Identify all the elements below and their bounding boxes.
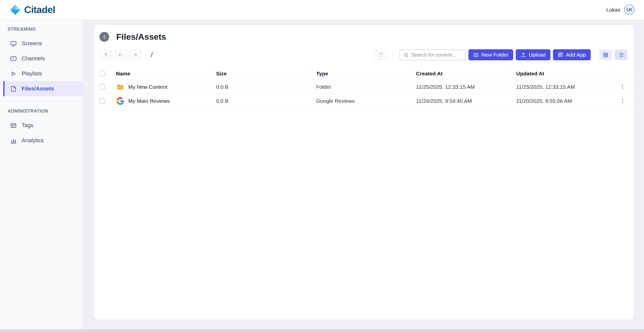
top-header: Citadel Lukas LK bbox=[0, 0, 644, 20]
breadcrumb: / bbox=[151, 51, 153, 59]
playlists-icon bbox=[10, 70, 17, 77]
brand-name: Citadel bbox=[24, 4, 55, 15]
upload-button[interactable]: Upload bbox=[516, 49, 550, 60]
select-all-cell bbox=[94, 71, 110, 76]
table-header-row: Name Size Type Created At Updated At bbox=[94, 67, 634, 80]
sidebar-item-label: Playlists bbox=[22, 70, 42, 77]
grid-view-icon bbox=[603, 52, 609, 58]
analytics-icon bbox=[10, 137, 17, 144]
arrow-left-icon bbox=[118, 52, 123, 58]
new-folder-label: New Folder bbox=[481, 52, 508, 58]
chevron-left-icon bbox=[102, 34, 107, 40]
files-assets-panel: Files/Assets / bbox=[94, 25, 634, 320]
upload-icon bbox=[520, 52, 526, 58]
add-app-button[interactable]: Add App bbox=[553, 49, 591, 60]
file-type: Folder bbox=[311, 84, 411, 90]
add-app-label: Add App bbox=[566, 52, 586, 58]
sidebar-item-playlists[interactable]: Playlists bbox=[3, 66, 83, 81]
file-updated-at: 11/25/2025, 12:33:15 AM bbox=[511, 84, 611, 90]
navigate-back-button[interactable] bbox=[114, 50, 127, 60]
ellipsis-vertical-icon bbox=[620, 98, 625, 104]
folder-icon bbox=[116, 83, 124, 91]
sidebar-divider bbox=[3, 101, 83, 101]
column-header-created-at[interactable]: Created At bbox=[411, 71, 511, 77]
brand-diamond-icon bbox=[10, 4, 21, 16]
channels-icon bbox=[10, 55, 17, 62]
toolbar: / New Folder bbox=[94, 42, 634, 60]
file-name-cell[interactable]: My Main Reviews bbox=[110, 97, 211, 105]
table-row[interactable]: My New Content 0.0 B Folder 11/25/2025, … bbox=[94, 80, 634, 94]
row-select-cell bbox=[94, 84, 110, 90]
sidebar-section-streaming-label: STREAMING bbox=[0, 27, 83, 36]
horizontal-scrollbar[interactable] bbox=[0, 329, 644, 332]
new-folder-button[interactable]: New Folder bbox=[468, 49, 513, 60]
user-area: Lukas LK bbox=[606, 5, 634, 15]
sidebar-item-files-assets[interactable]: Files/Assets bbox=[3, 81, 83, 96]
grid-view-button[interactable] bbox=[599, 50, 612, 60]
search-icon bbox=[403, 52, 409, 58]
back-button[interactable] bbox=[99, 32, 109, 42]
search-input[interactable] bbox=[411, 52, 462, 58]
sidebar-item-label: Screens bbox=[22, 40, 42, 47]
table-row[interactable]: My Main Reviews 0.0 B Google Reviews 11/… bbox=[94, 94, 634, 108]
toolbar-divider bbox=[392, 51, 392, 58]
sidebar-section-administration-label: ADMINISTRATION bbox=[0, 109, 83, 118]
avatar-initials: LK bbox=[626, 7, 632, 12]
trash-icon bbox=[378, 52, 384, 58]
file-name: My Main Reviews bbox=[128, 98, 170, 104]
toolbar-right: New Folder Upload Add App bbox=[375, 49, 627, 60]
sidebar-item-screens[interactable]: Screens bbox=[3, 36, 83, 51]
sidebar-item-label: Channels bbox=[22, 55, 45, 62]
sidebar-item-label: Tags bbox=[22, 122, 33, 129]
column-header-size[interactable]: Size bbox=[211, 71, 311, 77]
navigate-forward-button[interactable] bbox=[129, 50, 141, 60]
avatar[interactable]: LK bbox=[624, 5, 634, 15]
select-all-checkbox[interactable] bbox=[99, 71, 105, 76]
table-body: My New Content 0.0 B Folder 11/25/2025, … bbox=[94, 80, 634, 108]
toolbar-divider bbox=[146, 51, 146, 58]
arrow-right-icon bbox=[132, 52, 138, 58]
file-size: 0.0 B bbox=[211, 98, 311, 104]
sidebar-nav-streaming: Screens Channels Playlists Files/Assets bbox=[0, 36, 83, 96]
google-icon bbox=[116, 97, 124, 105]
tags-icon bbox=[10, 122, 17, 129]
ellipsis-vertical-icon bbox=[620, 84, 625, 90]
row-checkbox[interactable] bbox=[99, 98, 105, 104]
files-table: Name Size Type Created At Updated At My … bbox=[94, 67, 634, 108]
row-menu-button[interactable] bbox=[618, 96, 628, 106]
sidebar-item-label: Analytics bbox=[22, 137, 44, 144]
file-name-cell[interactable]: My New Content bbox=[110, 83, 211, 91]
search-box bbox=[399, 50, 466, 60]
file-icon bbox=[10, 85, 17, 92]
file-size: 0.0 B bbox=[211, 84, 311, 90]
navigate-up-button[interactable] bbox=[100, 50, 112, 60]
add-app-icon bbox=[558, 52, 563, 58]
folder-plus-icon bbox=[473, 52, 479, 58]
column-header-updated-at[interactable]: Updated At bbox=[511, 71, 611, 77]
row-select-cell bbox=[94, 98, 110, 104]
sidebar-item-analytics[interactable]: Analytics bbox=[3, 133, 83, 148]
page-header: Files/Assets bbox=[94, 25, 634, 42]
column-header-type[interactable]: Type bbox=[311, 71, 411, 77]
upload-label: Upload bbox=[529, 52, 546, 58]
page-title: Files/Assets bbox=[116, 32, 166, 42]
sidebar-nav-administration: Tags Analytics bbox=[0, 118, 83, 148]
user-name: Lukas bbox=[606, 7, 620, 13]
file-updated-at: 11/20/2025, 9:55:06 AM bbox=[511, 98, 611, 104]
column-header-name[interactable]: Name bbox=[110, 71, 211, 77]
row-actions-cell bbox=[611, 96, 634, 106]
screens-icon bbox=[10, 40, 17, 47]
row-menu-button[interactable] bbox=[618, 82, 628, 92]
brand-logo[interactable]: Citadel bbox=[10, 4, 55, 16]
row-actions-cell bbox=[611, 82, 634, 92]
sidebar-item-tags[interactable]: Tags bbox=[3, 118, 83, 133]
list-view-button[interactable] bbox=[615, 50, 627, 60]
row-checkbox[interactable] bbox=[99, 84, 105, 90]
list-view-icon bbox=[618, 52, 624, 58]
file-type: Google Reviews bbox=[311, 98, 411, 104]
sidebar-item-label: Files/Assets bbox=[22, 85, 54, 92]
arrow-up-icon bbox=[103, 52, 109, 58]
sidebar-item-channels[interactable]: Channels bbox=[3, 51, 83, 66]
sidebar: STREAMING Screens Channels Playlists Fil… bbox=[0, 20, 83, 332]
delete-button[interactable] bbox=[375, 50, 387, 60]
